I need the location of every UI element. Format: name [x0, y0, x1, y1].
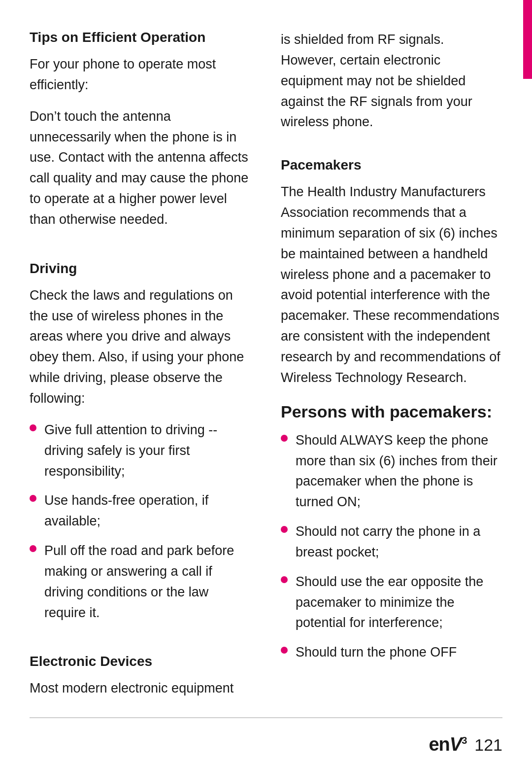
driving-bullet-list: Give full attention to driving -- drivin… [30, 420, 251, 624]
electronic-devices-heading: Electronic Devices [30, 654, 251, 669]
tips-para2: Don’t touch the antenna unnecessarily wh… [30, 106, 251, 230]
bullet-text: Should turn the phone OFF [296, 642, 457, 663]
bullet-dot [281, 647, 288, 654]
footer-page-number: 121 [474, 735, 502, 755]
bullet-text: Pull off the road and park before making… [44, 541, 251, 623]
pacemakers-bullet-list: Should ALWAYS keep the phone more than s… [281, 430, 502, 663]
accent-bar [523, 0, 532, 79]
footer-logo-v: V [450, 734, 462, 755]
content-area: Tips on Efficient Operation For your pho… [30, 30, 502, 706]
left-column: Tips on Efficient Operation For your pho… [30, 30, 251, 706]
bullet-text: Use hands-free operation, if available; [44, 490, 251, 532]
bullet-text: Should use the ear opposite the pacemake… [296, 572, 502, 634]
tips-heading: Tips on Efficient Operation [30, 30, 251, 45]
list-item: Give full attention to driving -- drivin… [30, 420, 251, 482]
tips-para1: For your phone to operate most efficient… [30, 54, 251, 96]
bullet-dot [281, 526, 288, 533]
bullet-text: Should not carry the phone in a breast p… [296, 522, 502, 563]
list-item: Should turn the phone OFF [281, 642, 502, 663]
pacemakers-para1: The Health Industry Manufacturers Associ… [281, 182, 502, 388]
bullet-dot [30, 424, 36, 431]
bullet-dot [281, 576, 288, 583]
bullet-dot [281, 435, 288, 442]
persons-pacemakers-heading: Persons with pacemakers: [281, 402, 502, 421]
bottom-divider [30, 717, 502, 718]
bullet-text: Give full attention to driving -- drivin… [44, 420, 251, 482]
bullet-dot [30, 545, 36, 552]
right-column: is shielded from RF signals. However, ce… [281, 30, 502, 706]
list-item: Should not carry the phone in a breast p… [281, 522, 502, 563]
electronic-devices-para1: Most modern electronic equipment [30, 678, 251, 699]
list-item: Use hands-free operation, if available; [30, 490, 251, 532]
driving-heading: Driving [30, 261, 251, 277]
page-container: Tips on Efficient Operation For your pho… [0, 0, 532, 765]
driving-para1: Check the laws and regulations on the us… [30, 285, 251, 409]
pacemakers-heading: Pacemakers [281, 157, 502, 173]
bullet-text: Should ALWAYS keep the phone more than s… [296, 430, 502, 513]
bullet-dot [30, 495, 36, 502]
list-item: Should use the ear opposite the pacemake… [281, 572, 502, 634]
footer-logo-sup: 3 [462, 735, 466, 746]
intro-continuation: is shielded from RF signals. However, ce… [281, 30, 502, 133]
footer-logo: enV3 [429, 734, 466, 755]
list-item: Should ALWAYS keep the phone more than s… [281, 430, 502, 513]
list-item: Pull off the road and park before making… [30, 541, 251, 623]
footer: enV3 121 [429, 734, 502, 755]
